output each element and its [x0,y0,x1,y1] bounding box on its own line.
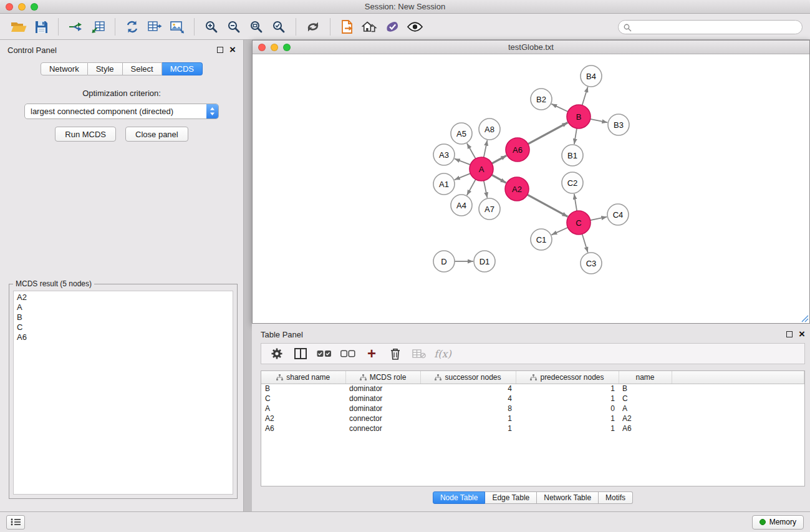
graph-node-C1[interactable]: C1 [531,229,552,250]
table-cell[interactable]: C [261,394,345,404]
table-cell[interactable]: 0 [516,404,619,414]
net-minimize-button[interactable] [271,44,278,51]
graph-edge-B-B2[interactable] [551,104,567,112]
graph-node-B1[interactable]: B1 [562,145,583,166]
graph-edge-C-C3[interactable] [582,234,588,253]
table-cell[interactable]: 1 [516,414,619,423]
add-column-button[interactable]: + [362,345,381,362]
table-row[interactable]: A6connector11A6 [261,423,804,433]
graph-node-C2[interactable]: C2 [562,172,583,193]
table-cell[interactable] [672,414,804,423]
tab-motifs[interactable]: Motifs [599,491,633,504]
panel-list-button[interactable] [6,515,25,530]
graph-node-A7[interactable]: A7 [479,198,500,220]
tab-mcds[interactable]: MCDS [162,62,203,75]
first-neighbors-button[interactable] [359,16,381,37]
graph-node-A8[interactable]: A8 [479,118,500,140]
graph-node-A3[interactable]: A3 [433,144,455,165]
table-cell[interactable] [672,404,804,414]
graph-edge-B-B4[interactable] [582,87,588,105]
table-cell[interactable]: C [619,394,672,404]
tab-network-table[interactable]: Network Table [537,491,599,504]
graph-node-A[interactable]: A [470,157,493,181]
tab-node-table[interactable]: Node Table [433,491,486,504]
column-header-mcds-role[interactable]: MCDS role [345,371,420,384]
open-session-button[interactable] [7,16,30,37]
resize-grip-icon[interactable] [801,315,809,322]
table-row[interactable]: Adominator80A [261,404,804,414]
graph-edge-A-A3[interactable] [455,158,470,165]
graph-node-C3[interactable]: C3 [581,253,602,274]
export-image-button[interactable] [166,16,188,37]
tab-network[interactable]: Network [41,62,88,75]
tab-edge-table[interactable]: Edge Table [485,491,537,504]
graph-node-A5[interactable]: A5 [451,123,472,144]
deselect-all-button[interactable] [339,345,357,362]
graph-node-A2[interactable]: A2 [505,177,529,201]
memory-button[interactable]: Memory [752,515,804,530]
table-cell[interactable]: 1 [420,423,516,433]
zoom-out-button[interactable] [223,16,245,37]
graph-edge-C-C1[interactable] [551,228,567,235]
close-panel-button[interactable]: Close panel [125,127,188,142]
column-header-name[interactable]: name [619,371,672,384]
result-item[interactable]: A2 [14,293,233,302]
graph-node-B3[interactable]: B3 [608,114,629,135]
table-cell[interactable]: 4 [420,394,516,404]
table-cell[interactable]: 4 [420,384,516,394]
table-cell[interactable]: A [261,404,345,414]
criterion-dropdown[interactable]: largest connected component (directed) [24,104,219,119]
table-cell[interactable]: dominator [345,394,420,404]
network-canvas[interactable]: B4B2BB3A5A8A6A3B1AC2A1A2A4A7C4CC1DD1C3 [253,55,809,323]
export-network-button[interactable] [121,16,143,37]
table-row[interactable]: Cdominator41C [261,394,804,404]
minimize-window-button[interactable] [18,3,26,11]
graph-edge-C-C4[interactable] [591,217,607,221]
tab-select[interactable]: Select [123,62,162,75]
float-table-panel-icon[interactable] [786,331,793,337]
result-item[interactable]: C [14,322,233,332]
column-header-shared-name[interactable]: shared name [261,371,345,384]
graph-edge-A-A8[interactable] [484,140,488,158]
table-cell[interactable]: dominator [345,384,420,394]
run-mcds-button[interactable]: Run MCDS [55,127,116,142]
table-cell[interactable]: 1 [516,394,619,404]
table-cell[interactable]: 1 [516,423,619,433]
import-table-button[interactable] [87,16,109,37]
table-cell[interactable] [672,394,804,404]
zoom-in-button[interactable] [200,16,223,37]
result-item[interactable]: B [14,312,233,322]
show-details-button[interactable] [403,16,426,37]
graph-edge-C-C2[interactable] [574,194,577,211]
graph-node-A4[interactable]: A4 [451,195,472,216]
tab-style[interactable]: Style [88,62,123,75]
graph-node-A6[interactable]: A6 [506,138,529,162]
export-table-button[interactable] [143,16,166,37]
search-input[interactable] [618,20,803,34]
zoom-selected-button[interactable] [268,16,290,37]
net-close-button[interactable] [258,44,266,51]
table-cell[interactable] [672,423,804,433]
float-panel-icon[interactable] [217,47,223,53]
close-window-button[interactable] [6,3,13,11]
table-cell[interactable]: A2 [619,414,672,423]
graph-edge-A6-B[interactable] [528,123,568,144]
table-cell[interactable]: 1 [516,384,619,394]
apply-style-button[interactable] [381,16,403,37]
table-cell[interactable]: B [261,384,345,394]
result-item[interactable]: A [14,302,233,312]
table-cell[interactable]: A2 [261,414,345,423]
table-settings-button[interactable] [268,345,286,362]
graph-node-C[interactable]: C [567,211,591,235]
graph-edge-A-A7[interactable] [484,181,488,198]
graph-edge-A-A2[interactable] [492,175,506,183]
table-cell[interactable]: B [619,384,672,394]
table-cell[interactable]: 8 [420,404,516,414]
copy-view-button[interactable] [336,16,359,37]
table-cell[interactable]: A6 [261,423,345,433]
show-columns-button[interactable] [291,345,310,362]
graph-edge-A-A5[interactable] [467,143,476,159]
graph-edge-A-A4[interactable] [467,180,476,196]
graph-node-D1[interactable]: D1 [474,251,495,272]
column-header-predecessor-nodes[interactable]: predecessor nodes [516,371,619,384]
